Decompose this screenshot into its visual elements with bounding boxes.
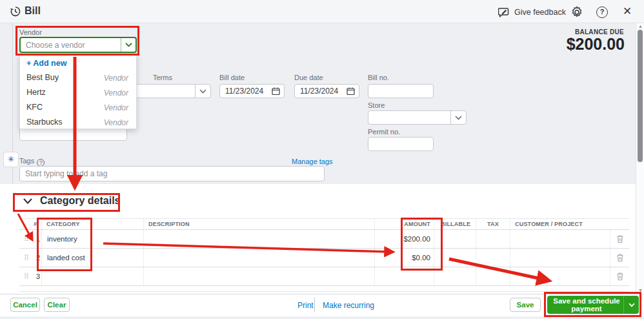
- col-description: DESCRIPTION: [143, 219, 374, 230]
- permit-no-label: Permit no.: [368, 128, 400, 136]
- category-details-title: Category details: [40, 195, 120, 207]
- vendor-dropdown-panel: + Add new Best Buy Vendor Hertz Vendor K…: [19, 54, 137, 129]
- due-date-label: Due date: [294, 74, 323, 81]
- make-recurring-link[interactable]: Make recurring: [323, 301, 374, 310]
- tax-cell[interactable]: [476, 249, 510, 267]
- row-number: 3: [34, 267, 41, 285]
- amount-cell[interactable]: [374, 267, 434, 285]
- delete-row-icon[interactable]: [610, 249, 629, 267]
- chevron-down-icon[interactable]: [23, 198, 32, 204]
- manage-tags-link[interactable]: Manage tags: [292, 158, 333, 165]
- window-header: Bill Give feedback ? ✕: [0, 0, 644, 23]
- delete-row-icon[interactable]: [610, 267, 629, 285]
- description-cell[interactable]: [143, 267, 374, 285]
- bill-date-field[interactable]: [219, 84, 285, 98]
- close-icon[interactable]: ✕: [621, 5, 634, 18]
- billable-cell[interactable]: [434, 267, 476, 285]
- table-row[interactable]: ⠿ 2 landed cost $0.00: [19, 249, 629, 267]
- drag-handle-icon[interactable]: ⠿: [19, 230, 34, 248]
- vendor-select[interactable]: Choose a vendor: [19, 37, 137, 53]
- billable-cell[interactable]: [434, 249, 476, 267]
- tags-label: Tags?: [19, 157, 45, 167]
- amount-cell[interactable]: $200.00: [374, 230, 434, 248]
- amount-cell[interactable]: $0.00: [374, 249, 434, 267]
- assistant-sparkle-icon[interactable]: ✳: [3, 152, 19, 167]
- line-items-table: # CATEGORY DESCRIPTION AMOUNT BILLABLE T…: [19, 218, 629, 286]
- col-tax: TAX: [476, 219, 510, 230]
- feedback-icon: [498, 7, 510, 18]
- row-number: 2: [34, 249, 41, 267]
- delete-row-icon[interactable]: [610, 230, 629, 248]
- table-header-row: # CATEGORY DESCRIPTION AMOUNT BILLABLE T…: [19, 218, 629, 230]
- col-number: #: [34, 219, 41, 230]
- bill-date-label: Bill date: [219, 74, 245, 81]
- balance-due-amount: $200.00: [567, 35, 625, 54]
- scroll-up-icon[interactable]: ▲: [636, 24, 644, 28]
- row-number: 1: [34, 230, 41, 248]
- print-link[interactable]: Print: [297, 301, 314, 310]
- scroll-down-icon[interactable]: ▼: [636, 288, 644, 293]
- category-cell[interactable]: inventory: [41, 230, 143, 248]
- store-label: Store: [368, 101, 385, 109]
- billable-cell[interactable]: [434, 230, 476, 248]
- col-billable: BILLABLE: [434, 219, 476, 230]
- table-bottom-border: [19, 285, 629, 292]
- chevron-down-icon[interactable]: [623, 296, 639, 314]
- cancel-button[interactable]: Cancel: [10, 298, 40, 312]
- bill-no-field[interactable]: [368, 84, 434, 98]
- col-customer-project: CUSTOMER / PROJECT: [510, 219, 610, 230]
- vendor-placeholder: Choose a vendor: [26, 41, 85, 50]
- calendar-icon[interactable]: [347, 87, 355, 96]
- drag-handle-icon[interactable]: ⠿: [19, 267, 34, 285]
- calendar-icon[interactable]: [272, 87, 280, 96]
- gear-icon[interactable]: [570, 6, 583, 19]
- category-cell[interactable]: [41, 267, 143, 285]
- category-details-header[interactable]: Category details: [23, 195, 120, 207]
- footer-divider: [314, 298, 315, 312]
- chevron-down-icon[interactable]: [450, 111, 466, 124]
- tax-cell[interactable]: [476, 230, 510, 248]
- vendor-label: Vendor: [19, 28, 42, 36]
- vertical-scrollbar[interactable]: ▲ ▼: [636, 23, 644, 294]
- customer-project-cell[interactable]: [510, 267, 610, 285]
- page-title: Bill: [25, 5, 41, 17]
- give-feedback-label: Give feedback: [514, 8, 566, 17]
- terms-label: Terms: [153, 74, 172, 81]
- description-cell[interactable]: [143, 249, 374, 267]
- table-row[interactable]: ⠿ 3: [19, 267, 629, 286]
- save-and-schedule-payment-button[interactable]: Save and schedule payment: [547, 296, 639, 314]
- category-cell[interactable]: landed cost: [41, 249, 143, 267]
- col-amount: AMOUNT: [374, 219, 434, 230]
- permit-no-field[interactable]: [368, 137, 434, 151]
- help-icon[interactable]: ?: [596, 6, 608, 18]
- tax-cell[interactable]: [476, 267, 510, 285]
- customer-project-cell[interactable]: [510, 249, 610, 267]
- clear-button[interactable]: Clear: [44, 298, 70, 312]
- chevron-down-icon[interactable]: [195, 85, 210, 98]
- bill-no-label: Bill no.: [368, 74, 389, 81]
- drag-handle-icon[interactable]: ⠿: [19, 249, 34, 267]
- scrollbar-thumb[interactable]: [638, 30, 643, 162]
- terms-select[interactable]: [132, 84, 211, 98]
- recent-transactions-icon[interactable]: [9, 5, 21, 17]
- table-row[interactable]: ⠿ 1 inventory $200.00: [19, 230, 629, 249]
- customer-project-cell[interactable]: [510, 230, 610, 248]
- give-feedback-button[interactable]: Give feedback: [498, 6, 566, 19]
- description-cell[interactable]: [143, 230, 374, 248]
- due-date-field[interactable]: [294, 84, 359, 98]
- tags-input[interactable]: [19, 166, 325, 181]
- store-select[interactable]: [368, 110, 467, 125]
- add-new-vendor-option[interactable]: + Add new: [26, 59, 66, 68]
- chevron-down-icon[interactable]: [121, 38, 136, 52]
- save-button[interactable]: Save: [510, 298, 541, 312]
- col-category: CATEGORY: [41, 219, 143, 230]
- bill-form-window: Bill Give feedback ? ✕ ▲ ▼ BALANCE DUE $…: [0, 0, 644, 319]
